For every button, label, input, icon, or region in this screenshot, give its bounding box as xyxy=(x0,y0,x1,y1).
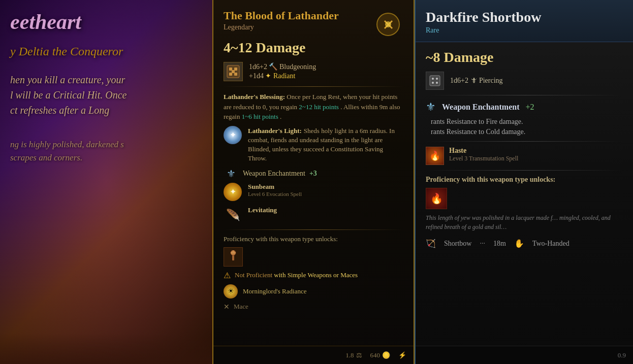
right-dice-icon xyxy=(426,72,444,90)
middle-damage: 4~12 Damage xyxy=(224,40,403,56)
right-divider-3 xyxy=(426,170,623,171)
right-prof-icon: 🔥 xyxy=(426,188,447,209)
sunbeam-subtitle: Level 6 Evocation Spell xyxy=(248,191,302,197)
middle-title-group: The Blood of Lathander Legendary xyxy=(224,9,339,37)
left-body-line2: l will be a Critical Hit. Once xyxy=(10,89,126,101)
middle-panel-inner: The Blood of Lathander Legendary 4~12 Da… xyxy=(213,0,414,364)
right-dice-row: 1d6+2 🗡 Piercing xyxy=(426,72,623,90)
left-panel-bottom-gradient xyxy=(0,334,212,364)
middle-enchant-icon: ⚜ xyxy=(224,168,239,180)
right-proficiency-header: Proficiency with this weapon type unlock… xyxy=(426,176,623,184)
svg-rect-6 xyxy=(229,73,232,76)
right-resist-fire: rants Resistance to Fire damage. xyxy=(426,118,623,126)
right-divider-1 xyxy=(426,95,623,95)
gold-icon: 🪙 xyxy=(382,351,390,359)
right-dice-type: Piercing xyxy=(479,77,503,84)
middle-dice-text: 1d6+2 🔨 Bludgeoning +1d4 ✦ Radiant xyxy=(249,62,316,81)
middle-proficiency-row xyxy=(224,247,403,267)
not-proficient-label: Not Proficient xyxy=(235,271,272,279)
warning-icon: ⚠ xyxy=(224,271,231,280)
left-body-line1: hen you kill a creature, your xyxy=(10,74,125,85)
middle-enchant-label: Weapon Enchantment xyxy=(243,170,305,178)
middle-weapon-type-row: ✕ Mace xyxy=(224,303,403,311)
right-panel-inner: ~8 Damage 1d6+2 🗡 Piercing ⚜ Weapon E xyxy=(416,42,633,255)
middle-bottom-bar: 1.8 ⚖ 640 🪙 ⚡ xyxy=(213,346,414,364)
svg-rect-10 xyxy=(430,76,440,86)
right-item-title: Darkfire Shortbow xyxy=(426,9,623,25)
sunbeam-icon xyxy=(224,183,242,201)
left-body: hen you kill a creature, your l will be … xyxy=(10,72,207,118)
svg-rect-3 xyxy=(229,68,232,71)
right-weapon-tags: 🏹 Shortbow ··· 18m ✋ Two-Handed xyxy=(426,239,623,248)
haste-icon: 🔥 xyxy=(426,147,444,165)
blessing-end: . xyxy=(280,113,281,120)
lathander-light-row: Lathander's Light: Sheds holy light in a… xyxy=(224,126,403,162)
left-desc-line1: ng is highly polished, darkened s xyxy=(10,140,124,149)
morninglord-label: Morninglord's Radiance xyxy=(243,287,306,295)
range-dots-icon: ··· xyxy=(480,240,485,248)
shortbow-icon: 🏹 xyxy=(426,239,436,248)
weight-icon: ⚖ xyxy=(356,351,362,359)
blessing-text: Lathander's Blessing: Once per Long Rest… xyxy=(224,92,403,122)
middle-proficiency-header: Proficiency with this weapon type unlock… xyxy=(224,235,403,243)
right-damage: ~8 Damage xyxy=(426,49,623,65)
dice-icon xyxy=(224,62,243,81)
middle-warning-row: ⚠ Not Proficient with Simple Weapons or … xyxy=(224,271,403,280)
sunbeam-title: Sunbeam xyxy=(248,183,302,191)
left-desc-line2: scrapes and corners. xyxy=(10,153,82,162)
haste-subtitle: Level 3 Transmutation Spell xyxy=(449,155,518,162)
svg-rect-5 xyxy=(232,70,235,73)
weapon-type-label: Mace xyxy=(234,303,248,311)
right-dice-text: 1d6+2 🗡 Piercing xyxy=(450,77,503,85)
levitate-icon: 🪶 xyxy=(224,206,242,224)
warning-text: Not Proficient with Simple Weapons or Ma… xyxy=(235,271,358,279)
middle-title-row: The Blood of Lathander Legendary xyxy=(224,9,403,40)
svg-point-11 xyxy=(432,78,434,80)
svg-point-13 xyxy=(432,82,434,84)
right-range: 18m xyxy=(493,240,506,248)
middle-item-image xyxy=(373,9,403,40)
blessing-hp1: 2~12 hit points xyxy=(299,103,339,111)
haste-title: Haste xyxy=(449,147,518,155)
middle-extra-stat: ⚡ xyxy=(398,351,406,359)
left-description: ng is highly polished, darkened s scrape… xyxy=(10,138,207,164)
right-enchantment-row: ⚜ Weapon Enchantment +2 xyxy=(426,101,623,114)
svg-point-14 xyxy=(436,82,438,84)
right-handedness: Two-Handed xyxy=(532,240,569,248)
blessing-title: Lathander's Blessing: xyxy=(224,93,285,101)
right-panel: Darkfire Shortbow Rare ~8 Damage 1d6+2 🗡… xyxy=(415,0,633,364)
right-resist-cold: rants Resistance to Cold damage. xyxy=(426,128,623,136)
lathander-light-icon xyxy=(224,126,242,144)
right-description: This length of yew was polished in a lac… xyxy=(426,213,623,231)
warning-suffix: with Simple Weapons or Maces xyxy=(274,271,358,279)
dice-type: Bludgeoning xyxy=(279,63,316,71)
right-panel-header: Darkfire Shortbow Rare xyxy=(416,0,633,42)
middle-divider-1 xyxy=(224,86,403,87)
lathander-light-title: Lathander's Light: xyxy=(248,127,302,135)
middle-panel: The Blood of Lathander Legendary 4~12 Da… xyxy=(212,0,415,364)
blessing-hp2: 1~6 hit points xyxy=(242,113,278,120)
morninglord-icon: ☀ xyxy=(224,284,238,299)
middle-stat-dice-row: 1d6+2 🔨 Bludgeoning +1d4 ✦ Radiant xyxy=(224,62,403,81)
left-panel: eetheart y Deltia the Conqueror hen you … xyxy=(0,0,212,364)
left-subtitle: y Deltia the Conqueror xyxy=(10,44,207,59)
left-body-line3: ct refreshes after a Long xyxy=(10,105,109,116)
middle-enchantment-row: ⚜ Weapon Enchantment +3 xyxy=(224,168,403,180)
mace-weapon-icon xyxy=(224,247,243,267)
right-weapon-type: Shortbow xyxy=(444,240,471,248)
sunbeam-text: Sunbeam Level 6 Evocation Spell xyxy=(248,183,302,197)
morninglord-row: ☀ Morninglord's Radiance xyxy=(224,284,403,299)
left-text-content: eetheart y Deltia the Conqueror hen you … xyxy=(0,0,212,364)
svg-point-12 xyxy=(436,78,438,80)
gold-value: 640 xyxy=(370,351,381,359)
lathander-light-text: Lathander's Light: Sheds holy light in a… xyxy=(248,126,403,162)
svg-point-1 xyxy=(385,21,391,27)
svg-rect-4 xyxy=(234,68,237,71)
radiant-bonus: ✦ Radiant xyxy=(265,72,295,80)
middle-weight-stat: 1.8 ⚖ xyxy=(345,351,362,359)
right-weight-value: 0.9 xyxy=(618,351,626,359)
weight-value: 1.8 xyxy=(345,351,354,359)
levitating-label: Levitating xyxy=(248,206,277,214)
two-handed-icon: ✋ xyxy=(514,239,524,248)
right-weight-stat: 0.9 xyxy=(618,351,626,359)
